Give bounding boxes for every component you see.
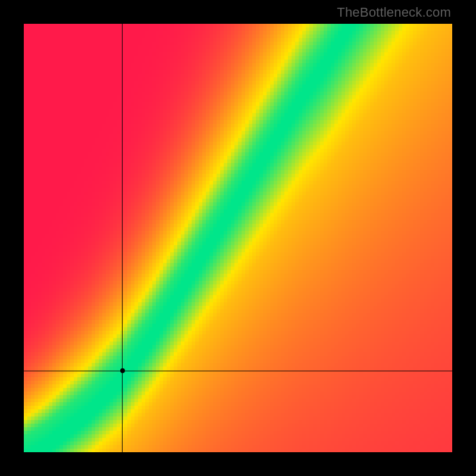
heatmap-canvas	[24, 24, 452, 452]
chart-frame: TheBottleneck.com	[0, 0, 476, 476]
watermark-text: TheBottleneck.com	[337, 5, 451, 20]
plot-area	[24, 24, 452, 452]
